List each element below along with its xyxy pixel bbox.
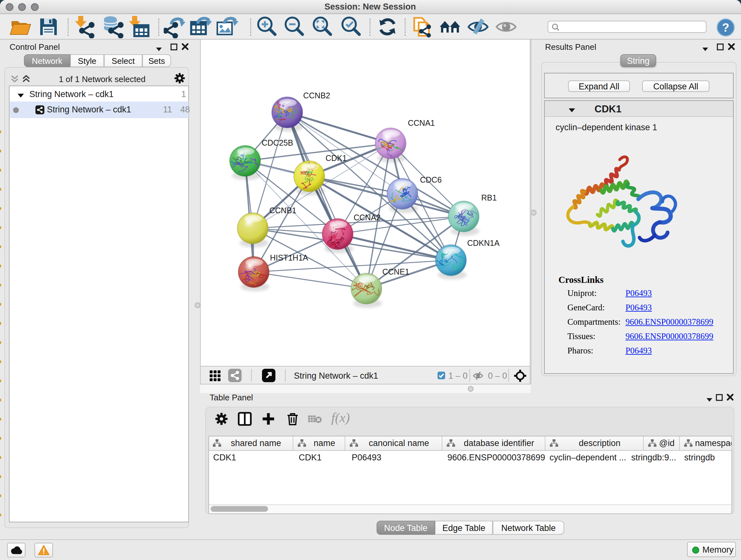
svg-text:RB1: RB1 xyxy=(481,193,497,202)
svg-text:CCNB2: CCNB2 xyxy=(303,91,330,100)
svg-text:HIST1H1A: HIST1H1A xyxy=(270,253,308,262)
svg-text:CCNA1: CCNA1 xyxy=(408,118,435,127)
svg-text:CDC6: CDC6 xyxy=(420,175,442,184)
svg-text:?: ? xyxy=(722,21,729,34)
svg-text:CCNE1: CCNE1 xyxy=(382,267,409,276)
svg-text:CDC25B: CDC25B xyxy=(262,138,293,147)
svg-text:CCNB1: CCNB1 xyxy=(269,206,296,215)
svg-text:CDK1: CDK1 xyxy=(326,153,347,163)
svg-text:CDKN1A: CDKN1A xyxy=(467,239,500,247)
svg-text:CCNA2: CCNA2 xyxy=(354,213,381,222)
